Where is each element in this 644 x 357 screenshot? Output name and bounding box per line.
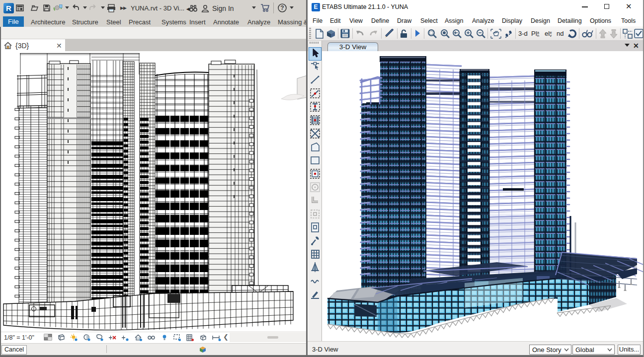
svg-text:?: ?	[280, 4, 284, 11]
